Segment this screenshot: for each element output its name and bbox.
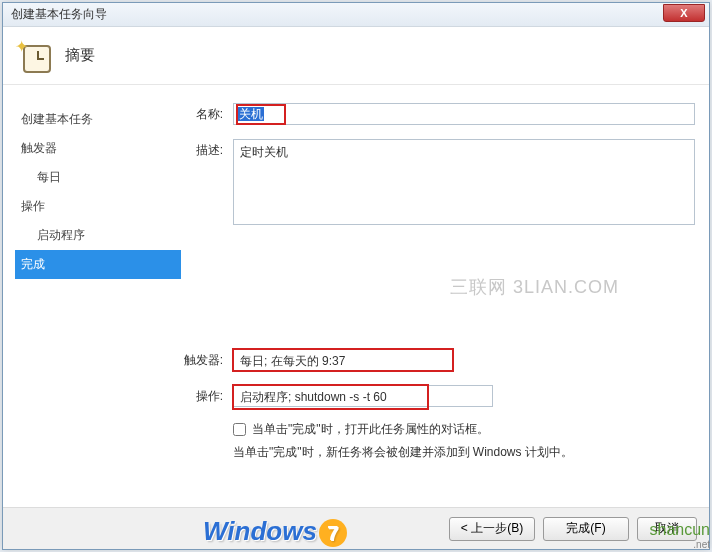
summary-form: 名称: 关机 描述: 定时关机 三联网 3LIAN.COM 触发器: — [181, 85, 709, 507]
window-title: 创建基本任务向导 — [7, 6, 107, 23]
name-label: 名称: — [181, 103, 233, 123]
close-button[interactable]: X — [663, 4, 705, 22]
action-label: 操作: — [181, 385, 233, 405]
sidebar-item-daily[interactable]: 每日 — [15, 163, 181, 192]
page-title: 摘要 — [65, 46, 95, 65]
action-value: 启动程序; shutdown -s -t 60 — [233, 385, 493, 407]
trigger-value: 每日; 在每天的 9:37 — [233, 349, 453, 371]
wizard-steps-sidebar: 创建基本任务 触发器 每日 操作 启动程序 完成 — [3, 85, 181, 507]
watermark-text: 三联网 3LIAN.COM — [450, 275, 619, 299]
finish-button[interactable]: 完成(F) — [543, 517, 629, 541]
description-input[interactable]: 定时关机 — [233, 139, 695, 225]
description-label: 描述: — [181, 139, 233, 159]
wizard-header: ✦ 摘要 — [3, 27, 709, 85]
name-input[interactable]: 关机 — [233, 103, 695, 125]
windows7-logo: Windows7 — [203, 516, 347, 547]
open-properties-checkbox[interactable] — [233, 423, 246, 436]
sidebar-item-finish[interactable]: 完成 — [15, 250, 181, 279]
finish-note: 当单击"完成"时，新任务将会被创建并添加到 Windows 计划中。 — [233, 444, 695, 461]
sidebar-item-start-program[interactable]: 启动程序 — [15, 221, 181, 250]
sidebar-item-create-task[interactable]: 创建基本任务 — [15, 105, 181, 134]
wizard-window: 创建基本任务向导 X ✦ 摘要 创建基本任务 触发器 每日 操作 启动程序 完成… — [2, 2, 710, 550]
close-icon: X — [680, 7, 687, 19]
back-button[interactable]: < 上一步(B) — [449, 517, 535, 541]
sidebar-item-action[interactable]: 操作 — [15, 192, 181, 221]
open-properties-label: 当单击"完成"时，打开此任务属性的对话框。 — [252, 421, 489, 438]
titlebar: 创建基本任务向导 X — [3, 3, 709, 27]
trigger-label: 触发器: — [181, 349, 233, 369]
sidebar-item-trigger[interactable]: 触发器 — [15, 134, 181, 163]
shancun-watermark: shancun .net — [650, 521, 711, 550]
wizard-body: 创建基本任务 触发器 每日 操作 启动程序 完成 名称: 关机 描述: — [3, 85, 709, 507]
wizard-footer: Windows7 < 上一步(B) 完成(F) 取消 — [3, 507, 709, 549]
task-clock-icon: ✦ — [17, 39, 51, 73]
